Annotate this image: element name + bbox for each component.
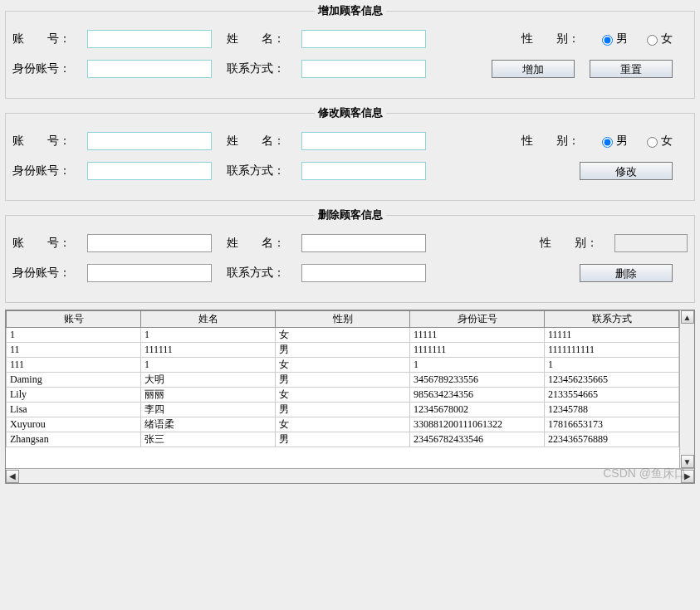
table-cell: 丽丽: [141, 388, 276, 403]
add-id-label: 身份账号：: [12, 61, 87, 76]
modify-button[interactable]: 修改: [580, 162, 673, 180]
table-row[interactable]: Lisa李四男1234567800212345788: [7, 403, 679, 417]
table-cell: 1: [7, 328, 141, 343]
table-cell: 985634234356: [410, 388, 545, 403]
horizontal-scrollbar[interactable]: ◀ ▶: [6, 468, 694, 483]
table-cell: 111: [7, 358, 141, 373]
scroll-left-arrow-icon[interactable]: ◀: [6, 470, 19, 483]
table-cell: 123456235665: [545, 373, 679, 388]
add-gender-female-radio[interactable]: [647, 35, 658, 46]
table-cell: 11111: [545, 328, 679, 343]
delete-account-input[interactable]: [87, 234, 212, 252]
table-cell: 男: [276, 373, 410, 388]
table-cell: 男: [276, 432, 410, 447]
table-cell: Lily: [7, 388, 141, 403]
vertical-scrollbar[interactable]: ▲ ▼: [679, 310, 694, 468]
scroll-right-arrow-icon[interactable]: ▶: [681, 470, 694, 483]
delete-contact-input[interactable]: [301, 264, 426, 282]
add-contact-label: 联系方式：: [227, 61, 301, 76]
modify-gender-male-radio[interactable]: [602, 137, 613, 148]
table-cell: 330881200111061322: [410, 417, 545, 432]
table-cell: Zhangsan: [7, 432, 141, 447]
delete-account-label: 账 号：: [12, 236, 87, 251]
table-row[interactable]: Xuyurou绪语柔女33088120011106132217816653173: [7, 417, 679, 432]
delete-contact-label: 联系方式：: [227, 266, 301, 281]
add-gender-male-radio[interactable]: [602, 35, 613, 46]
table-header: 联系方式: [545, 311, 679, 328]
table-row[interactable]: Zhangsan张三男23456782433546223436576889: [7, 432, 679, 447]
table-cell: 111111: [141, 343, 276, 358]
table-cell: 12345788: [545, 403, 679, 417]
add-account-label: 账 号：: [12, 32, 87, 46]
modify-contact-label: 联系方式：: [227, 163, 301, 178]
customer-table: 账号姓名性别身份证号联系方式 11女111111111111111111男111…: [6, 310, 679, 447]
table-header: 性别: [276, 311, 410, 328]
add-name-label: 姓 名：: [227, 32, 301, 46]
modify-panel-title: 修改顾客信息: [315, 105, 386, 120]
table-cell: 女: [276, 417, 410, 432]
delete-panel-title: 删除顾客信息: [315, 207, 386, 222]
add-button[interactable]: 增加: [492, 60, 575, 78]
table-header: 账号: [7, 311, 141, 328]
add-customer-panel: 增加顾客信息 账 号： 姓 名： 性 别： 男 女 身份账号： 联系方式： 增加…: [5, 3, 695, 99]
table-row[interactable]: Daming大明男3456789233556123456235665: [7, 373, 679, 388]
add-gender-female[interactable]: 女: [643, 32, 673, 46]
table-cell: 男: [276, 343, 410, 358]
table-cell: 女: [276, 358, 410, 373]
table-cell: 2133554665: [545, 388, 679, 403]
table-row[interactable]: 1111女11: [7, 358, 679, 373]
modify-account-label: 账 号：: [12, 134, 87, 149]
table-cell: 1: [141, 328, 276, 343]
modify-account-input[interactable]: [87, 132, 212, 150]
table-cell: 23456782433546: [410, 432, 545, 447]
delete-button[interactable]: 删除: [580, 264, 673, 282]
modify-id-input[interactable]: [87, 162, 212, 180]
table-row[interactable]: Lily丽丽女9856342343562133554665: [7, 388, 679, 403]
table-cell: Daming: [7, 373, 141, 388]
table-row[interactable]: 11111111男11111111111111111: [7, 343, 679, 358]
scroll-down-arrow-icon[interactable]: ▼: [681, 455, 694, 468]
modify-customer-panel: 修改顾客信息 账 号： 姓 名： 性 别： 男 女 身份账号： 联系方式： 修改: [5, 105, 695, 201]
table-cell: 绪语柔: [141, 417, 276, 432]
delete-id-label: 身份账号：: [12, 266, 87, 281]
delete-customer-panel: 删除顾客信息 账 号： 姓 名： 性 别： 身份账号： 联系方式： 删除: [5, 207, 695, 303]
table-cell: 1: [410, 358, 545, 373]
add-gender-male[interactable]: 男: [598, 32, 628, 46]
table-cell: Lisa: [7, 403, 141, 417]
delete-gender-label: 性 别：: [540, 236, 614, 251]
table-cell: 17816653173: [545, 417, 679, 432]
modify-name-label: 姓 名：: [227, 134, 301, 149]
add-name-input[interactable]: [301, 30, 426, 48]
table-cell: 张三: [141, 432, 276, 447]
delete-id-input[interactable]: [87, 264, 212, 282]
modify-name-input[interactable]: [301, 132, 426, 150]
add-gender-label: 性 别：: [521, 32, 596, 46]
table-cell: 12345678002: [410, 403, 545, 417]
scroll-up-arrow-icon[interactable]: ▲: [681, 310, 694, 324]
table-cell: 女: [276, 388, 410, 403]
table-cell: 11111: [410, 328, 545, 343]
modify-id-label: 身份账号：: [12, 163, 87, 178]
table-header: 姓名: [141, 311, 276, 328]
table-cell: 大明: [141, 373, 276, 388]
add-panel-title: 增加顾客信息: [315, 3, 386, 18]
table-cell: Xuyurou: [7, 417, 141, 432]
add-id-input[interactable]: [87, 60, 212, 78]
reset-button[interactable]: 重置: [590, 60, 673, 78]
modify-gender-female-radio[interactable]: [647, 137, 658, 148]
table-cell: 11: [7, 343, 141, 358]
table-cell: 223436576889: [545, 432, 679, 447]
modify-gender-label: 性 别：: [521, 134, 596, 149]
table-cell: 1111111: [410, 343, 545, 358]
delete-name-input[interactable]: [301, 234, 426, 252]
add-account-input[interactable]: [87, 30, 212, 48]
modify-gender-male[interactable]: 男: [598, 134, 628, 149]
table-row[interactable]: 11女1111111111: [7, 328, 679, 343]
table-cell: 1: [545, 358, 679, 373]
modify-contact-input[interactable]: [301, 162, 426, 180]
delete-name-label: 姓 名：: [227, 236, 301, 251]
table-cell: 3456789233556: [410, 373, 545, 388]
modify-gender-female[interactable]: 女: [643, 134, 673, 149]
add-contact-input[interactable]: [301, 60, 426, 78]
table-cell: 1111111111: [545, 343, 679, 358]
